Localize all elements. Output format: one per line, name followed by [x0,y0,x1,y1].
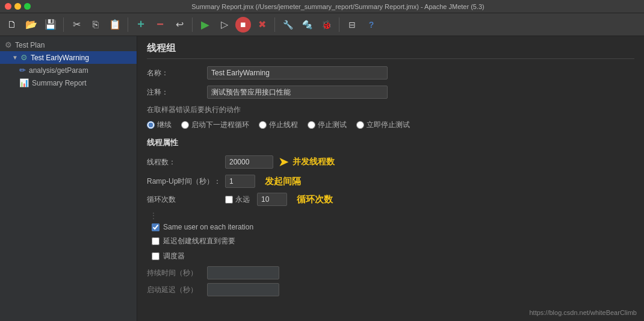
same-user-checkbox[interactable] [152,223,159,231]
help-button[interactable]: ? [363,16,380,33]
sidebar: ⚙ Test Plan ▼ ⚙ Test EarlyWarning ✏ anal… [0,36,137,321]
paste-button[interactable]: 📋 [107,16,123,33]
ramp-up-input[interactable] [225,175,255,188]
cut-button[interactable]: ✂ [68,16,85,33]
chart-icon: 📊 [19,78,29,87]
save-button[interactable]: 💾 [42,16,59,33]
run-button[interactable]: ▶ [197,16,214,33]
delay-create-row: 延迟创建线程直到需要 [147,236,634,246]
forever-checkbox[interactable] [225,196,233,204]
radio-continue-label: 继续 [157,120,172,130]
content-area: 线程组 名称： 注释： 在取样器错误后要执行的动作 继续 启动下一进程循环 停止… [137,36,644,321]
main-layout: ⚙ Test Plan ▼ ⚙ Test EarlyWarning ✏ anal… [0,36,644,321]
scheduler-checkbox[interactable] [152,252,159,260]
error-action-label: 在取样器错误后要执行的动作 [147,105,634,115]
separator-1 [63,17,64,32]
radio-stop-test-now[interactable]: 立即停止测试 [356,120,410,130]
loop-count-annotation: 循环次数 [297,194,333,205]
section-title: 线程组 [147,42,634,59]
radio-stop-test-input[interactable] [308,121,315,129]
separator-3 [192,17,193,32]
open-button[interactable]: 📂 [23,16,40,33]
loop-count-label: 循环次数 [147,195,225,205]
ramp-up-row: Ramp-Up时间（秒）： 发起间隔 [147,175,634,188]
comment-row: 注释： [147,86,634,99]
vertical-dots-separator: ⋮ [149,211,634,220]
copy-button[interactable]: ⎘ [87,16,104,33]
minimize-button[interactable] [14,3,21,10]
thread-count-annotation: 并发线程数 [293,157,335,167]
thread-count-annotation-group: ➤ 并发线程数 [225,154,335,170]
same-user-row: Same user on each iteration [147,223,634,231]
thread-count-label: 线程数： [147,157,225,167]
arrow-right-icon: ➤ [278,154,289,170]
thread-props-title: 线程属性 [147,137,634,148]
stop-button[interactable]: ⏹ [235,17,251,33]
stop2-button[interactable]: ✖ [253,16,270,33]
name-input[interactable] [207,66,388,79]
sidebar-item-label: Summary Report [32,79,87,87]
radio-stop-test-now-label: 立即停止测试 [367,120,410,130]
toolbar: 🗋 📂 💾 ✂ ⎘ 📋 + − ↩ ▶ ▷ ⏹ ✖ 🔧 🔩 🐞 ⊟ ? [0,13,644,36]
scheduler-row: 调度器 [147,251,634,261]
name-label: 名称： [147,68,207,78]
remote-start-button[interactable]: 🔧 [279,16,296,33]
new-button[interactable]: 🗋 [4,16,20,33]
sidebar-item-summary-report[interactable]: 📊 Summary Report [0,76,137,89]
radio-next-loop[interactable]: 启动下一进程循环 [181,120,249,130]
traffic-lights [5,3,31,10]
ramp-up-label: Ramp-Up时间（秒）： [147,176,225,187]
titlebar: Summary Report.jmx (/Users/jemeter_summa… [0,0,644,13]
radio-stop-test-label: 停止测试 [318,120,347,130]
duration-label: 持续时间（秒） [147,268,207,278]
radio-stop-thread[interactable]: 停止线程 [259,120,298,130]
comment-input[interactable] [207,86,388,99]
startup-delay-input[interactable] [207,283,279,296]
radio-continue-input[interactable] [147,121,155,129]
radio-stop-test[interactable]: 停止测试 [308,120,347,130]
startup-delay-row: 启动延迟（秒） [147,283,634,296]
duration-row: 持续时间（秒） [147,266,634,279]
radio-stop-test-now-input[interactable] [356,121,364,129]
comment-label: 注释： [147,87,207,98]
ramp-up-value-group: 发起间隔 [225,175,301,188]
start-no-pauses-button[interactable]: ▷ [216,16,233,33]
thread-count-row: 线程数： ➤ 并发线程数 [147,154,634,170]
maximize-button[interactable] [24,3,31,10]
cog-icon: ⚙ [20,53,28,62]
radio-next-loop-label: 启动下一进程循环 [191,120,249,130]
forever-group: 永远 [225,195,250,205]
remote-stop-button[interactable]: 🔩 [299,16,315,33]
sidebar-item-label: Test Plan [15,41,45,49]
name-row: 名称： [147,66,634,79]
sidebar-item-test-plan[interactable]: ⚙ Test Plan [0,39,137,51]
window-title: Summary Report.jmx (/Users/jemeter_summa… [37,3,639,10]
pen-icon: ✏ [19,66,26,75]
sidebar-item-test-early-warning[interactable]: ▼ ⚙ Test EarlyWarning [0,51,137,64]
delay-create-checkbox[interactable] [152,237,159,245]
radio-continue[interactable]: 继续 [147,120,172,130]
add-button[interactable]: + [132,16,149,33]
same-user-label: Same user on each iteration [163,223,253,231]
remove-button[interactable]: − [152,16,169,33]
sidebar-item-label: Test EarlyWarning [31,54,89,62]
ramp-up-annotation: 发起间隔 [265,176,301,187]
sidebar-item-label: analysis/getParam [29,66,88,75]
separator-4 [274,17,275,32]
radio-next-loop-input[interactable] [181,121,189,129]
sidebar-item-analysis-getparam[interactable]: ✏ analysis/getParam [0,64,137,76]
forever-label: 永远 [235,195,250,205]
radio-stop-thread-input[interactable] [259,121,267,129]
scheduler-label: 调度器 [163,251,185,261]
template-button[interactable]: ⊟ [344,16,361,33]
separator-5 [339,17,339,32]
radio-stop-thread-label: 停止线程 [269,120,298,130]
thread-count-input[interactable] [225,155,273,169]
error-action-group: 继续 启动下一进程循环 停止线程 停止测试 立即停止测试 [147,120,634,130]
delay-create-label: 延迟创建线程直到需要 [163,236,235,246]
duration-input[interactable] [207,266,279,279]
undo-button[interactable]: ↩ [171,16,188,33]
debug-button[interactable]: 🐞 [318,16,335,33]
loop-count-input[interactable] [257,193,287,206]
close-button[interactable] [5,3,11,10]
